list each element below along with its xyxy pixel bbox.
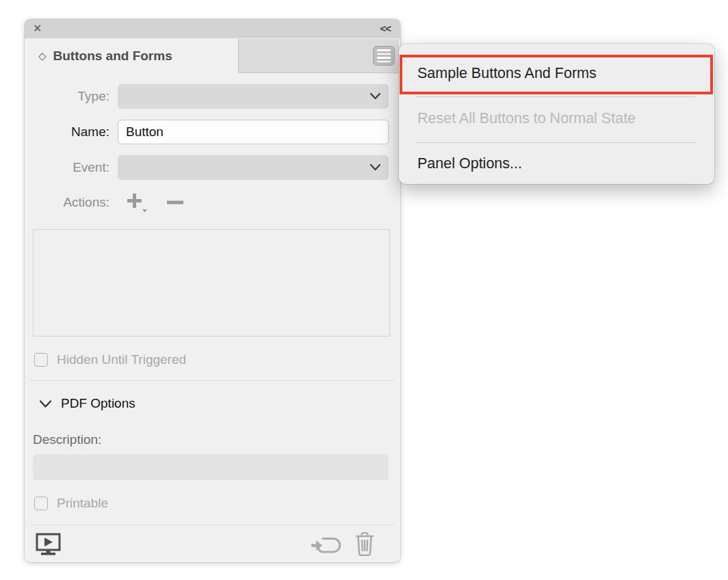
menu-item-reset-all-buttons: Reset All Buttons to Normal State [417,110,701,127]
name-row: Name: [25,120,400,144]
remove-action-icon[interactable] [167,200,183,205]
hidden-until-triggered-row: Hidden Until Triggered [34,352,186,367]
divider [30,380,395,381]
event-label: Event: [25,160,109,175]
menu-item-panel-options[interactable]: Panel Options... [417,155,701,172]
hidden-until-triggered-checkbox [34,353,48,367]
panel-bottom-toolbar [25,525,400,562]
close-icon[interactable]: ✕ [33,22,42,35]
actions-list[interactable] [33,229,390,337]
panel-tab-row: ◇ Buttons and Forms [25,38,400,73]
actions-label: Actions: [25,195,109,210]
printable-checkbox [34,497,48,510]
hidden-until-triggered-label: Hidden Until Triggered [57,352,186,367]
event-select[interactable] [118,155,389,180]
pdf-options-toggle[interactable]: PDF Options [40,396,135,411]
menu-divider [416,142,695,143]
event-row: Event: [25,155,400,180]
panel-tab-title: Buttons and Forms [53,49,172,64]
chevron-down-icon [370,163,380,171]
description-input [33,454,389,480]
buttons-and-forms-panel: ✕ << ◇ Buttons and Forms Type: Name: Eve… [25,19,400,562]
printable-label: Printable [57,496,108,511]
chevron-down-icon [40,400,51,408]
tab-buttons-and-forms[interactable]: ◇ Buttons and Forms [26,38,238,73]
panel-titlebar: ✕ << [25,19,400,38]
panel-collapse-diamond-icon: ◇ [38,50,47,62]
menu-divider [416,96,695,97]
name-label: Name: [25,124,109,140]
trash-icon [354,532,375,559]
panel-menu-icon[interactable] [373,46,395,66]
pdf-options-header: PDF Options [61,396,135,411]
printable-row: Printable [34,496,108,511]
actions-row: Actions: [25,192,400,213]
preview-spread-icon[interactable] [36,533,61,557]
add-action-icon[interactable] [126,192,148,213]
name-input[interactable] [118,120,389,144]
menu-item-sample-buttons-and-forms[interactable]: Sample Buttons And Forms [417,65,701,82]
chevron-down-icon [370,92,380,100]
type-select[interactable] [118,84,389,109]
type-row: Type: [25,84,400,109]
convert-to-object-icon [311,536,343,557]
description-label: Description: [33,432,101,447]
panel-flyout-menu: Sample Buttons And Forms Reset All Butto… [399,44,714,184]
collapse-panel-icon[interactable]: << [380,23,391,34]
type-label: Type: [25,89,109,104]
